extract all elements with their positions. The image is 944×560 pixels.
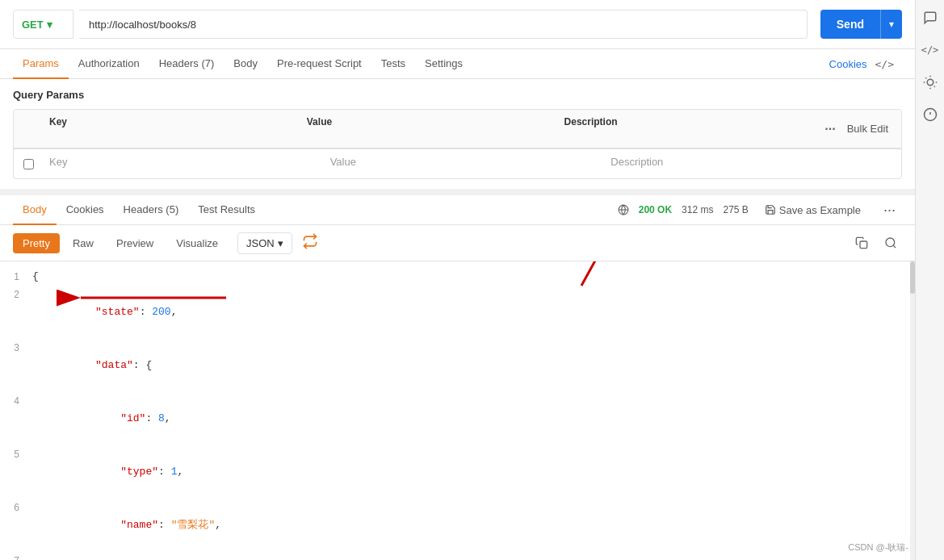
- comment-icon[interactable]: [921, 8, 940, 27]
- send-button[interactable]: Send: [820, 10, 880, 39]
- row-actions: [882, 149, 901, 178]
- params-table-header: Key Value Description ··· Bulk Edit: [14, 110, 901, 148]
- resp-tab-test-results[interactable]: Test Results: [188, 195, 265, 225]
- wrap-icon[interactable]: [302, 233, 318, 253]
- description-cell[interactable]: Description: [601, 149, 882, 178]
- response-status: 200 OK: [639, 204, 672, 215]
- code-slash-icon[interactable]: </>: [867, 50, 902, 78]
- params-table: Key Value Description ··· Bulk Edit Key …: [13, 109, 902, 179]
- svg-line-4: [934, 86, 934, 87]
- response-time: 312 ms: [682, 204, 713, 215]
- tab-tests[interactable]: Tests: [371, 49, 415, 79]
- code-line-7: 7 "description": "满天飞雨": [0, 552, 915, 560]
- checkbox-col: [14, 110, 40, 148]
- copy-button[interactable]: [850, 232, 873, 254]
- code-line-6: 6 "name": "雪梨花",: [0, 499, 915, 552]
- watermark: CSDN @-耿瑞-: [848, 541, 908, 554]
- method-chevron: ▾: [47, 19, 52, 31]
- fmt-tab-pretty[interactable]: Pretty: [13, 233, 60, 253]
- fmt-tab-visualize[interactable]: Visualize: [166, 233, 228, 253]
- url-input[interactable]: [79, 10, 808, 39]
- scrollbar-thumb[interactable]: [910, 261, 915, 294]
- resp-tab-headers[interactable]: Headers (5): [114, 195, 189, 225]
- json-format-value: JSON: [246, 237, 275, 249]
- format-actions: [850, 232, 902, 254]
- params-row: Key Value Description: [14, 148, 901, 178]
- fmt-tab-raw[interactable]: Raw: [63, 233, 103, 253]
- svg-line-14: [893, 245, 896, 248]
- scrollbar-track: [910, 261, 915, 560]
- response-section: Body Cookies Headers (5) Test Results 20…: [0, 189, 915, 560]
- method-value: GET: [22, 19, 44, 31]
- code-icon[interactable]: </>: [921, 40, 940, 60]
- tab-settings[interactable]: Settings: [415, 49, 472, 79]
- info-icon[interactable]: [921, 105, 940, 124]
- globe-icon: [618, 204, 629, 215]
- response-more-icon[interactable]: ···: [877, 199, 902, 222]
- cookies-link[interactable]: Cookies: [829, 50, 867, 78]
- query-params-title: Query Params: [13, 89, 902, 101]
- url-bar: GET ▾ Send ▾: [0, 0, 915, 49]
- bulb-icon[interactable]: [921, 73, 940, 92]
- code-line-1: 1 {: [0, 268, 915, 286]
- code-line-2: 2 "state": 200,: [0, 286, 915, 339]
- more-options-icon[interactable]: ···: [821, 122, 838, 136]
- code-line-5: 5 "type": 1,: [0, 445, 915, 499]
- request-tabs: Params Authorization Headers (7) Body Pr…: [0, 49, 915, 79]
- key-header: Key: [40, 110, 297, 148]
- main-content: GET ▾ Send ▾ Params Authorization Header…: [0, 0, 915, 560]
- svg-line-3: [925, 77, 926, 78]
- description-header: Description: [555, 110, 812, 148]
- right-sidebar: </>: [915, 0, 944, 560]
- search-button[interactable]: [879, 232, 902, 254]
- value-cell[interactable]: Value: [321, 149, 602, 178]
- bulk-edit-area: ··· Bulk Edit: [812, 110, 901, 148]
- response-meta: 200 OK 312 ms 275 B Save as Example ···: [618, 199, 902, 222]
- tab-params[interactable]: Params: [13, 49, 69, 79]
- response-size: 275 B: [723, 204, 748, 215]
- code-line-4: 4 "id": 8,: [0, 392, 915, 445]
- bulk-edit-button[interactable]: Bulk Edit: [844, 116, 892, 141]
- tab-body[interactable]: Body: [224, 49, 267, 79]
- format-tabs: Pretty Raw Preview Visualize JSON ▾: [0, 225, 915, 261]
- method-select[interactable]: GET ▾: [13, 10, 73, 39]
- resp-tab-body[interactable]: Body: [13, 195, 57, 225]
- query-params-section: Query Params Key Value Description ··· B…: [0, 79, 915, 189]
- code-line-3: 3 "data": {: [0, 339, 915, 392]
- resp-tab-cookies[interactable]: Cookies: [57, 195, 114, 225]
- send-button-group: Send ▾: [820, 10, 902, 39]
- svg-point-13: [886, 238, 895, 247]
- code-area[interactable]: 1 { 2 "state": 200, 3 "data": { 4: [0, 261, 915, 560]
- response-tabs: Body Cookies Headers (5) Test Results 20…: [0, 195, 915, 225]
- tab-pre-request[interactable]: Pre-request Script: [267, 49, 371, 79]
- json-format-select[interactable]: JSON ▾: [237, 232, 292, 254]
- json-chevron-icon: ▾: [278, 237, 283, 249]
- value-header: Value: [297, 110, 555, 148]
- fmt-tab-preview[interactable]: Preview: [107, 233, 163, 253]
- save-example-label: Save as Example: [779, 204, 861, 216]
- tab-authorization[interactable]: Authorization: [69, 49, 149, 79]
- svg-rect-12: [860, 241, 867, 249]
- send-dropdown[interactable]: ▾: [880, 10, 902, 39]
- save-example-button[interactable]: Save as Example: [758, 201, 867, 219]
- save-icon: [765, 204, 776, 215]
- svg-point-0: [927, 79, 934, 86]
- row-checkbox[interactable]: [14, 149, 40, 178]
- tab-headers[interactable]: Headers (7): [149, 49, 224, 79]
- key-cell[interactable]: Key: [40, 149, 321, 178]
